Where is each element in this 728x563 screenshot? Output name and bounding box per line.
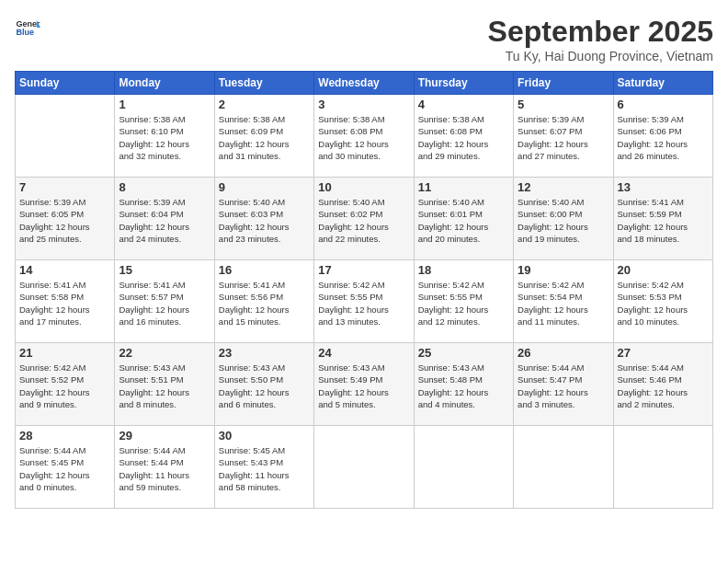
day-info: Sunrise: 5:44 AM Sunset: 5:47 PM Dayligh… bbox=[518, 362, 609, 410]
week-row-4: 21Sunrise: 5:42 AM Sunset: 5:52 PM Dayli… bbox=[16, 343, 713, 426]
day-number: 1 bbox=[119, 98, 210, 111]
calendar-subtitle: Tu Ky, Hai Duong Province, Vietnam bbox=[488, 49, 713, 63]
calendar-cell: 8Sunrise: 5:39 AM Sunset: 6:04 PM Daylig… bbox=[115, 178, 214, 260]
calendar-cell: 29Sunrise: 5:44 AM Sunset: 5:44 PM Dayli… bbox=[115, 426, 214, 509]
day-number: 29 bbox=[119, 429, 210, 442]
day-number: 20 bbox=[618, 263, 709, 277]
calendar-cell bbox=[514, 426, 613, 509]
col-saturday: Saturday bbox=[613, 72, 712, 95]
day-info: Sunrise: 5:42 AM Sunset: 5:52 PM Dayligh… bbox=[19, 362, 110, 410]
day-info: Sunrise: 5:40 AM Sunset: 6:00 PM Dayligh… bbox=[518, 196, 609, 245]
calendar-cell: 12Sunrise: 5:40 AM Sunset: 6:00 PM Dayli… bbox=[514, 178, 613, 260]
day-info: Sunrise: 5:44 AM Sunset: 5:44 PM Dayligh… bbox=[119, 444, 210, 493]
calendar-cell: 20Sunrise: 5:42 AM Sunset: 5:53 PM Dayli… bbox=[613, 260, 712, 343]
calendar-cell: 14Sunrise: 5:41 AM Sunset: 5:58 PM Dayli… bbox=[16, 260, 115, 343]
day-number: 18 bbox=[418, 263, 509, 277]
day-info: Sunrise: 5:43 AM Sunset: 5:48 PM Dayligh… bbox=[418, 362, 509, 410]
logo: General Blue bbox=[15, 15, 40, 40]
col-thursday: Thursday bbox=[414, 72, 513, 95]
calendar-cell: 11Sunrise: 5:40 AM Sunset: 6:01 PM Dayli… bbox=[414, 178, 513, 260]
day-info: Sunrise: 5:42 AM Sunset: 5:55 PM Dayligh… bbox=[418, 279, 509, 327]
calendar-cell: 13Sunrise: 5:41 AM Sunset: 5:59 PM Dayli… bbox=[613, 178, 712, 260]
day-info: Sunrise: 5:44 AM Sunset: 5:46 PM Dayligh… bbox=[618, 362, 709, 410]
calendar-cell: 3Sunrise: 5:38 AM Sunset: 6:08 PM Daylig… bbox=[314, 95, 414, 178]
header-row: Sunday Monday Tuesday Wednesday Thursday… bbox=[16, 72, 713, 95]
day-info: Sunrise: 5:42 AM Sunset: 5:55 PM Dayligh… bbox=[318, 279, 409, 327]
day-number: 30 bbox=[219, 429, 310, 442]
day-number: 23 bbox=[219, 346, 310, 360]
day-info: Sunrise: 5:40 AM Sunset: 6:02 PM Dayligh… bbox=[318, 196, 409, 245]
day-number: 17 bbox=[318, 263, 409, 277]
day-info: Sunrise: 5:39 AM Sunset: 6:06 PM Dayligh… bbox=[618, 113, 709, 162]
day-number: 28 bbox=[19, 429, 110, 442]
calendar-cell: 19Sunrise: 5:42 AM Sunset: 5:54 PM Dayli… bbox=[514, 260, 613, 343]
day-number: 6 bbox=[618, 98, 709, 111]
calendar-cell: 10Sunrise: 5:40 AM Sunset: 6:02 PM Dayli… bbox=[314, 178, 414, 260]
day-info: Sunrise: 5:39 AM Sunset: 6:05 PM Dayligh… bbox=[19, 196, 110, 245]
calendar-cell: 23Sunrise: 5:43 AM Sunset: 5:50 PM Dayli… bbox=[214, 343, 313, 426]
col-wednesday: Wednesday bbox=[314, 72, 414, 95]
day-info: Sunrise: 5:40 AM Sunset: 6:01 PM Dayligh… bbox=[418, 196, 509, 245]
day-number: 27 bbox=[618, 346, 709, 360]
day-number: 25 bbox=[418, 346, 509, 360]
day-info: Sunrise: 5:43 AM Sunset: 5:49 PM Dayligh… bbox=[318, 362, 409, 410]
calendar-cell bbox=[16, 95, 115, 178]
day-info: Sunrise: 5:41 AM Sunset: 5:57 PM Dayligh… bbox=[119, 279, 210, 327]
day-number: 14 bbox=[19, 263, 110, 277]
day-info: Sunrise: 5:38 AM Sunset: 6:09 PM Dayligh… bbox=[219, 113, 310, 162]
calendar-cell: 6Sunrise: 5:39 AM Sunset: 6:06 PM Daylig… bbox=[613, 95, 712, 178]
col-friday: Friday bbox=[514, 72, 613, 95]
day-number: 2 bbox=[219, 98, 310, 111]
header: General Blue September 2025 Tu Ky, Hai D… bbox=[15, 15, 713, 63]
day-info: Sunrise: 5:38 AM Sunset: 6:08 PM Dayligh… bbox=[418, 113, 509, 162]
calendar-cell: 30Sunrise: 5:45 AM Sunset: 5:43 PM Dayli… bbox=[214, 426, 313, 509]
day-number: 4 bbox=[418, 98, 509, 111]
day-info: Sunrise: 5:41 AM Sunset: 5:58 PM Dayligh… bbox=[19, 279, 110, 327]
logo-icon: General Blue bbox=[15, 15, 40, 40]
calendar-cell: 7Sunrise: 5:39 AM Sunset: 6:05 PM Daylig… bbox=[16, 178, 115, 260]
calendar-cell: 4Sunrise: 5:38 AM Sunset: 6:08 PM Daylig… bbox=[414, 95, 513, 178]
day-number: 24 bbox=[318, 346, 409, 360]
day-number: 12 bbox=[518, 180, 609, 194]
calendar-table: Sunday Monday Tuesday Wednesday Thursday… bbox=[15, 71, 713, 509]
calendar-cell: 28Sunrise: 5:44 AM Sunset: 5:45 PM Dayli… bbox=[16, 426, 115, 509]
day-number: 21 bbox=[19, 346, 110, 360]
day-info: Sunrise: 5:39 AM Sunset: 6:04 PM Dayligh… bbox=[119, 196, 210, 245]
day-number: 9 bbox=[219, 180, 310, 194]
calendar-cell: 25Sunrise: 5:43 AM Sunset: 5:48 PM Dayli… bbox=[414, 343, 513, 426]
calendar-cell: 2Sunrise: 5:38 AM Sunset: 6:09 PM Daylig… bbox=[214, 95, 313, 178]
day-info: Sunrise: 5:42 AM Sunset: 5:53 PM Dayligh… bbox=[618, 279, 709, 327]
day-info: Sunrise: 5:39 AM Sunset: 6:07 PM Dayligh… bbox=[518, 113, 609, 162]
day-number: 8 bbox=[119, 180, 210, 194]
calendar-cell: 21Sunrise: 5:42 AM Sunset: 5:52 PM Dayli… bbox=[16, 343, 115, 426]
calendar-cell bbox=[414, 426, 513, 509]
day-info: Sunrise: 5:38 AM Sunset: 6:08 PM Dayligh… bbox=[318, 113, 409, 162]
day-info: Sunrise: 5:40 AM Sunset: 6:03 PM Dayligh… bbox=[219, 196, 310, 245]
calendar-cell bbox=[613, 426, 712, 509]
day-number: 10 bbox=[318, 180, 409, 194]
day-number: 11 bbox=[418, 180, 509, 194]
calendar-cell: 18Sunrise: 5:42 AM Sunset: 5:55 PM Dayli… bbox=[414, 260, 513, 343]
day-info: Sunrise: 5:43 AM Sunset: 5:51 PM Dayligh… bbox=[119, 362, 210, 410]
day-number: 26 bbox=[518, 346, 609, 360]
calendar-cell: 5Sunrise: 5:39 AM Sunset: 6:07 PM Daylig… bbox=[514, 95, 613, 178]
calendar-cell: 22Sunrise: 5:43 AM Sunset: 5:51 PM Dayli… bbox=[115, 343, 214, 426]
day-info: Sunrise: 5:38 AM Sunset: 6:10 PM Dayligh… bbox=[119, 113, 210, 162]
calendar-cell: 15Sunrise: 5:41 AM Sunset: 5:57 PM Dayli… bbox=[115, 260, 214, 343]
day-number: 13 bbox=[618, 180, 709, 194]
calendar-cell: 17Sunrise: 5:42 AM Sunset: 5:55 PM Dayli… bbox=[314, 260, 414, 343]
calendar-cell: 26Sunrise: 5:44 AM Sunset: 5:47 PM Dayli… bbox=[514, 343, 613, 426]
day-number: 7 bbox=[19, 180, 110, 194]
day-info: Sunrise: 5:41 AM Sunset: 5:56 PM Dayligh… bbox=[219, 279, 310, 327]
calendar-cell: 27Sunrise: 5:44 AM Sunset: 5:46 PM Dayli… bbox=[613, 343, 712, 426]
day-number: 5 bbox=[518, 98, 609, 111]
col-tuesday: Tuesday bbox=[214, 72, 313, 95]
week-row-2: 7Sunrise: 5:39 AM Sunset: 6:05 PM Daylig… bbox=[16, 178, 713, 260]
day-info: Sunrise: 5:42 AM Sunset: 5:54 PM Dayligh… bbox=[518, 279, 609, 327]
calendar-cell: 16Sunrise: 5:41 AM Sunset: 5:56 PM Dayli… bbox=[214, 260, 313, 343]
calendar-cell bbox=[314, 426, 414, 509]
day-info: Sunrise: 5:41 AM Sunset: 5:59 PM Dayligh… bbox=[618, 196, 709, 245]
week-row-5: 28Sunrise: 5:44 AM Sunset: 5:45 PM Dayli… bbox=[16, 426, 713, 509]
week-row-1: 1Sunrise: 5:38 AM Sunset: 6:10 PM Daylig… bbox=[16, 95, 713, 178]
title-block: September 2025 Tu Ky, Hai Duong Province… bbox=[488, 15, 713, 63]
